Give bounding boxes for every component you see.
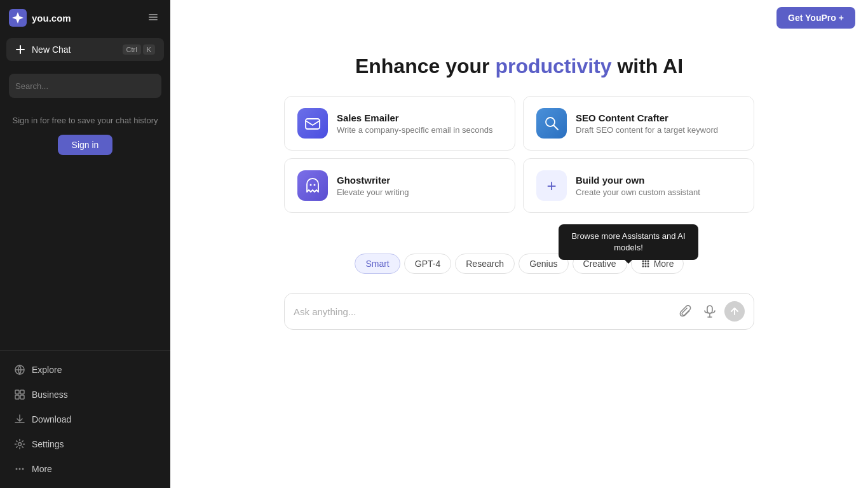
- sidebar-item-explore[interactable]: Explore: [4, 358, 166, 382]
- cards-grid: Sales Emailer Write a company-specific e…: [284, 96, 754, 213]
- sales-emailer-icon: [297, 108, 328, 139]
- card-title-build: Build your own: [576, 175, 741, 186]
- paperclip-icon: [679, 305, 692, 318]
- card-desc-ghostwriter: Elevate your writing: [337, 187, 502, 197]
- logo-text: you.com: [32, 13, 71, 24]
- svg-point-20: [642, 263, 644, 265]
- tab-more-label: More: [654, 259, 674, 269]
- get-youpro-button[interactable]: Get YouPro +: [776, 7, 855, 29]
- attach-button[interactable]: [676, 302, 695, 321]
- main-body: Enhance your productivity with AI Sales …: [170, 36, 868, 488]
- svg-point-9: [18, 443, 22, 446]
- sidebar-item-settings[interactable]: Settings: [4, 432, 166, 456]
- settings-icon: [14, 438, 25, 450]
- svg-rect-8: [20, 395, 24, 399]
- sidebar-item-explore-label: Explore: [32, 365, 62, 375]
- card-desc-seo: Draft SEO content for a target keyword: [576, 125, 741, 135]
- svg-point-11: [19, 468, 21, 470]
- send-button[interactable]: [724, 301, 745, 322]
- more-icon: [14, 463, 25, 475]
- seo-content-crafter-icon: [536, 108, 567, 139]
- sidebar-item-download[interactable]: Download: [4, 407, 166, 431]
- card-sales-emailer[interactable]: Sales Emailer Write a company-specific e…: [284, 96, 515, 151]
- new-chat-label: New Chat: [32, 44, 71, 55]
- input-area: [284, 293, 754, 330]
- explore-icon: [14, 364, 25, 376]
- sidebar-item-business[interactable]: Business: [4, 383, 166, 407]
- hero-prefix: Enhance your: [355, 55, 496, 78]
- input-box: [284, 293, 754, 330]
- card-seo-content-crafter[interactable]: SEO Content Crafter Draft SEO content fo…: [523, 96, 754, 151]
- signin-prompt-text: Sign in for free to save your chat histo…: [9, 114, 161, 127]
- svg-rect-1: [149, 14, 158, 15]
- grid-dots-icon: [641, 259, 651, 269]
- svg-point-15: [310, 184, 312, 186]
- sidebar-item-more[interactable]: More: [4, 457, 166, 481]
- send-icon: [729, 306, 740, 316]
- tooltip-wrapper: Browse more Assistants and AI models! Sm…: [284, 226, 754, 283]
- business-icon: [14, 389, 25, 400]
- logo-area: you.com: [9, 9, 71, 27]
- new-chat-button[interactable]: New Chat Ctrl K: [6, 38, 164, 61]
- svg-point-22: [647, 263, 649, 265]
- ghostwriter-icon: [297, 170, 328, 201]
- svg-rect-5: [15, 390, 19, 394]
- sidebar-signin-area: Sign in for free to save your chat histo…: [0, 107, 170, 350]
- sidebar-search-input[interactable]: [9, 74, 161, 98]
- sidebar-item-more-label: More: [32, 464, 52, 474]
- svg-rect-6: [20, 390, 24, 394]
- kbd-ctrl: Ctrl: [123, 44, 141, 55]
- svg-rect-26: [707, 306, 712, 313]
- tab-research[interactable]: Research: [455, 254, 515, 274]
- tab-smart[interactable]: Smart: [355, 254, 400, 274]
- logo-icon: [9, 9, 27, 27]
- kbd-k: K: [143, 44, 155, 55]
- card-title-ghostwriter: Ghostwriter: [337, 175, 502, 186]
- svg-point-24: [644, 266, 646, 268]
- svg-rect-7: [15, 395, 19, 399]
- ask-anything-input[interactable]: [294, 306, 671, 317]
- sidebar-item-business-label: Business: [32, 390, 68, 400]
- youpro-plus-icon: +: [839, 13, 844, 23]
- card-title-seo: SEO Content Crafter: [576, 112, 741, 123]
- svg-point-21: [644, 263, 646, 265]
- top-bar: Get YouPro +: [170, 0, 868, 36]
- svg-rect-2: [149, 17, 158, 18]
- card-desc-sales-emailer: Write a company-specific email in second…: [337, 125, 502, 135]
- hero-highlight: productivity: [495, 55, 611, 78]
- sidebar: you.com New Chat Ctrl K Sign in for free…: [0, 0, 170, 488]
- card-build-your-own[interactable]: + Build your own Create your own custom …: [523, 158, 754, 213]
- hero-suffix: with AI: [612, 55, 684, 78]
- sidebar-footer: Explore Business Download: [0, 350, 170, 488]
- sidebar-item-download-label: Download: [32, 414, 71, 424]
- card-title-sales-emailer: Sales Emailer: [337, 112, 502, 123]
- youpro-btn-label: Get YouPro: [788, 13, 836, 23]
- svg-point-16: [314, 184, 316, 186]
- sidebar-header: you.com: [0, 0, 170, 36]
- sidebar-toggle-button[interactable]: [145, 9, 161, 27]
- main-content: Get YouPro + Enhance your productivity w…: [170, 0, 868, 488]
- svg-point-10: [16, 468, 18, 470]
- download-icon: [14, 414, 25, 425]
- microphone-icon: [704, 305, 715, 318]
- sidebar-search-area: [0, 67, 170, 104]
- svg-rect-13: [306, 119, 320, 129]
- hero-title: Enhance your productivity with AI: [355, 55, 683, 78]
- sidebar-item-settings-label: Settings: [32, 439, 64, 449]
- svg-point-23: [642, 266, 644, 268]
- card-ghostwriter[interactable]: Ghostwriter Elevate your writing: [284, 158, 515, 213]
- svg-rect-3: [149, 19, 158, 20]
- build-your-own-icon: +: [536, 170, 567, 201]
- card-desc-build: Create your own custom assistant: [576, 187, 741, 197]
- svg-point-19: [647, 261, 649, 262]
- svg-point-17: [642, 261, 644, 262]
- svg-point-18: [644, 261, 646, 262]
- svg-point-25: [647, 266, 649, 268]
- svg-point-12: [22, 468, 24, 470]
- plus-icon: [15, 44, 25, 55]
- microphone-button[interactable]: [700, 302, 719, 321]
- tooltip-bubble: Browse more Assistants and AI models!: [559, 224, 698, 260]
- tab-gpt4[interactable]: GPT-4: [404, 254, 451, 274]
- signin-button[interactable]: Sign in: [58, 135, 113, 155]
